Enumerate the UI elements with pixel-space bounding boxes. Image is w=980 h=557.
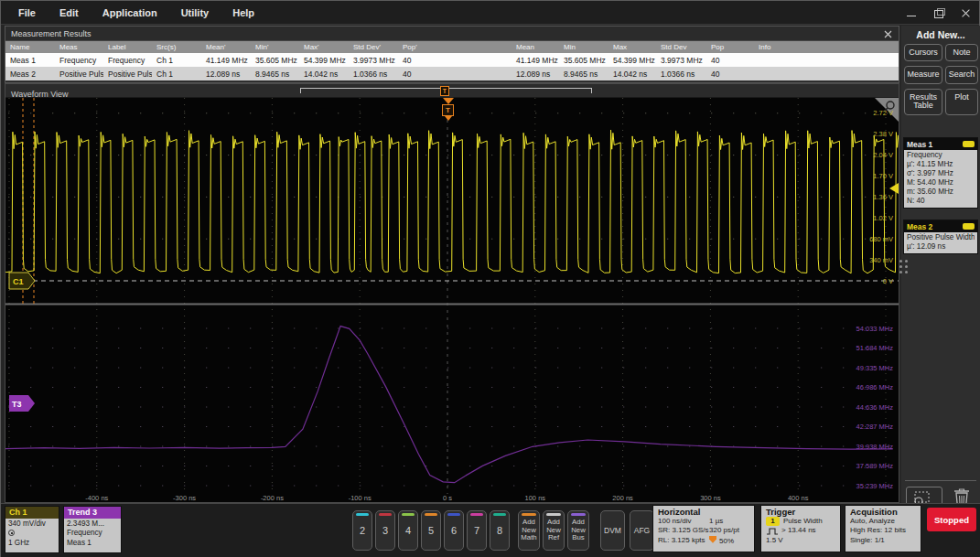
table-cell: 14.042 ns <box>608 70 656 79</box>
table-cell: 1.0366 ns <box>656 70 706 79</box>
horizontal-window: 1 µs <box>709 517 749 526</box>
sidebar-button-cursors[interactable]: Cursors <box>904 44 942 61</box>
time-tick-label: -100 ns <box>332 494 387 502</box>
horizontal-title: Horizontal <box>653 507 754 517</box>
sidebar-button-search[interactable]: Search <box>945 66 978 83</box>
acquisition-title: Acquisition <box>845 507 921 517</box>
column-header: Mean' <box>201 43 251 51</box>
probe-icon <box>8 530 15 536</box>
table-cell: Positive Puls... <box>103 70 152 79</box>
menu-item-application[interactable]: Application <box>91 3 169 23</box>
channel-6-button[interactable]: 6 <box>444 510 464 551</box>
channel-4-button[interactable]: 4 <box>398 510 418 551</box>
sidebar-button-results-table[interactable]: Results Table <box>904 89 942 115</box>
table-cell: 35.605 MHz <box>251 56 299 65</box>
acquisition-panel[interactable]: Acquisition Auto, Analyze High Res: 12 b… <box>845 505 921 552</box>
meas1-stat-line: Frequency <box>907 151 975 160</box>
time-tick-label: 400 ns <box>770 494 825 502</box>
close-icon[interactable] <box>961 7 972 18</box>
waveform-graticule[interactable]: C1T3 T 2.72 V2.38 V2.04 V1.70 V1.36 V1.0… <box>5 98 899 494</box>
table-cell: Meas 2 <box>5 70 55 79</box>
menu-item-help[interactable]: Help <box>221 3 266 23</box>
add-new-buttons: CursorsNoteMeasureSearchResults TablePlo… <box>904 44 977 115</box>
time-tick-label: -400 ns <box>70 494 124 502</box>
titlebar: FileEditApplicationUtilityHelp <box>1 1 979 25</box>
table-cell: 40 <box>398 56 446 65</box>
menu-item-file[interactable]: File <box>6 3 48 23</box>
close-panel-icon[interactable] <box>883 29 893 39</box>
trend3-info-line: 2.3493 M... <box>67 520 118 529</box>
time-tick-label: -300 ns <box>157 494 212 502</box>
add-new-bus-button[interactable]: AddNewBus <box>567 510 589 551</box>
table-cell: Ch 1 <box>152 70 201 79</box>
column-header: Max' <box>299 43 349 51</box>
trend3-badge-title: Trend 3 <box>64 507 121 519</box>
channel-5-color-stripe <box>425 513 437 516</box>
trigger-panel[interactable]: Trigger 1Pulse Width > 13.44 ns 1.5 V <box>760 505 841 552</box>
horizontal-panel[interactable]: Horizontal 100 ns/div1 µs SR: 3.125 GS/s… <box>652 505 755 552</box>
panel-splitter-handle[interactable] <box>899 260 909 282</box>
add-new-button-label: Ref <box>548 534 559 542</box>
meas1-badge[interactable]: Meas 1 Frequencyµ': 41.15 MHzσ': 3.997 M… <box>903 137 978 209</box>
column-header: Label <box>103 43 152 51</box>
add-new-math-button[interactable]: AddNewMath <box>518 510 540 551</box>
horizontal-position: 50% <box>719 537 734 545</box>
table-cell: 40 <box>398 70 446 79</box>
menu-item-utility[interactable]: Utility <box>169 3 221 23</box>
add-new-bus-color-stripe <box>571 513 586 516</box>
add-new-title: Add New... <box>901 26 980 40</box>
channel-7-button[interactable]: 7 <box>467 510 487 551</box>
meas2-stat-line: Positive Pulse Width <box>907 233 975 242</box>
add-new-button-label: Math <box>521 534 536 542</box>
table-cell: 12.089 ns <box>512 70 559 79</box>
dvm-button[interactable]: DVM <box>600 510 625 551</box>
menu-item-edit[interactable]: Edit <box>48 3 91 23</box>
restore-icon[interactable] <box>933 7 944 18</box>
table-row[interactable]: Meas 1FrequencyFrequencyCh 141.149 MHz35… <box>5 53 899 67</box>
trigger-type: Pulse Width <box>783 517 823 526</box>
meas1-badge-title: Meas 1 <box>907 140 932 149</box>
sidebar-button-note[interactable]: Note <box>945 44 978 61</box>
table-cell: Meas 1 <box>5 56 55 65</box>
trend3-badge[interactable]: Trend 3 2.3493 M...FrequencyMeas 1 <box>63 506 122 553</box>
column-header: Min' <box>251 43 299 51</box>
channel-8-button[interactable]: 8 <box>490 510 510 551</box>
measurement-results-titlebar: Measurement Results <box>5 27 899 41</box>
measurement-results-title: Measurement Results <box>5 29 92 38</box>
acquisition-run: Single: 1/1 <box>850 536 885 545</box>
sidebar-button-measure[interactable]: Measure <box>904 66 942 83</box>
ch1-badge-title: Ch 1 <box>5 507 59 519</box>
channel-2-button[interactable]: 2 <box>352 510 372 551</box>
horizontal-resolution: 320 ps/pt <box>709 526 749 535</box>
meas1-stat-line: M: 54.40 MHz <box>907 178 975 187</box>
channel-3-button[interactable]: 3 <box>375 510 395 551</box>
channel-5-button[interactable]: 5 <box>421 510 441 551</box>
table-cell: 1.0366 ns <box>349 70 398 79</box>
table-cell: 41.149 MHz <box>201 56 251 65</box>
trigger-position-chip[interactable]: T <box>440 86 449 96</box>
oscilloscope-window: FileEditApplicationUtilityHelp Measureme… <box>0 0 980 557</box>
ch1-badge[interactable]: Ch 1 340 mV/div 1 GHz <box>5 506 59 553</box>
minimize-icon[interactable] <box>906 7 917 18</box>
channel-3-color-stripe <box>379 513 392 516</box>
window-controls <box>906 1 972 25</box>
meas2-badge[interactable]: Meas 2 Positive Pulse Widthµ': 12.09 ns <box>903 220 978 254</box>
meas1-badge-header: Meas 1 <box>904 138 977 150</box>
sidebar-button-plot[interactable]: Plot <box>945 89 978 115</box>
add-new-ref-button[interactable]: AddNewRef <box>543 510 565 551</box>
trigger-position-marker[interactable]: T <box>442 98 454 121</box>
menu-bar: FileEditApplicationUtilityHelp <box>1 3 266 23</box>
time-tick-label: 100 ns <box>508 494 563 502</box>
stopped-button[interactable]: Stopped <box>927 508 976 531</box>
trend3-info-line: Meas 1 <box>67 539 118 548</box>
trigger-arrow-icon <box>443 98 454 104</box>
trigger-title: Trigger <box>761 507 840 517</box>
waveform-view-header: Waveform View T <box>5 84 899 98</box>
table-row[interactable]: Meas 2Positive Puls...Positive Puls...Ch… <box>5 67 899 80</box>
channel-6-color-stripe <box>447 513 460 516</box>
trigger-level-arrow-tail <box>897 187 899 190</box>
trigger-condition: > 13.44 ns <box>781 526 816 535</box>
afg-button[interactable]: AFG <box>630 510 654 551</box>
trigger-source-chip: 1 <box>766 517 780 526</box>
pulse-width-icon <box>766 527 779 535</box>
